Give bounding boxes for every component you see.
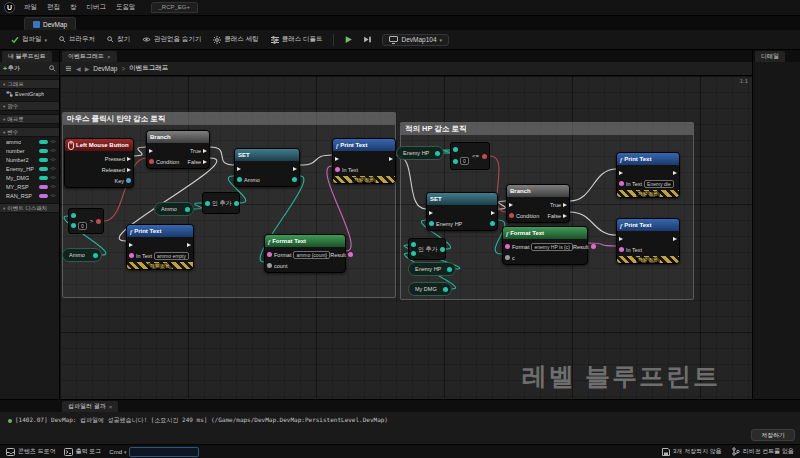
node-dec1[interactable]: 인 추가 <box>202 192 240 214</box>
node-dec2[interactable]: 인 추가 <box>408 238 446 260</box>
pin-value-box[interactable]: Enemy die <box>644 180 674 188</box>
exec-pin[interactable] <box>203 160 207 164</box>
pin-value-box[interactable]: 0 <box>78 222 87 230</box>
toolbar-button-4[interactable]: 클래스 세팅 <box>208 33 263 46</box>
node-format2[interactable]: fFormat TextFormatenemy HP is {c}Resultc <box>502 226 588 265</box>
revision-control-button[interactable]: 리비전 컨트롤 없음 <box>732 447 794 456</box>
data-pin[interactable] <box>440 247 445 252</box>
data-pin[interactable] <box>429 221 434 226</box>
exec-pin[interactable] <box>619 171 623 175</box>
exec-pin[interactable] <box>389 157 393 161</box>
back-arrow-icon[interactable]: ◀ <box>76 65 81 72</box>
exec-pin[interactable] <box>491 211 495 215</box>
menu-item-0[interactable]: 파일 <box>19 3 42 12</box>
exec-pin[interactable] <box>563 203 567 207</box>
node-format1[interactable]: fFormat TextFormatammo {count}Resultcoun… <box>264 234 346 273</box>
data-pin[interactable] <box>482 154 487 159</box>
data-pin[interactable] <box>185 207 190 212</box>
unreal-logo-icon[interactable]: U <box>4 2 15 13</box>
search-icon[interactable] <box>49 65 56 72</box>
pin-value-box[interactable]: ammo {count} <box>293 251 330 259</box>
menu-item-3[interactable]: 디버그 <box>82 3 112 12</box>
play-button[interactable] <box>340 33 357 46</box>
sidebar-item-number[interactable]: number <box>0 146 59 155</box>
console-command-input[interactable] <box>129 447 199 457</box>
data-pin[interactable] <box>267 263 272 268</box>
sidebar-section-2[interactable]: ▾매크로 <box>0 114 59 124</box>
eye-icon[interactable] <box>50 166 56 171</box>
sidebar-section-3[interactable]: ▾변수 <box>0 127 59 137</box>
toolbar-button-3[interactable]: 관련없음 숨기기 <box>137 33 206 46</box>
data-pin[interactable] <box>443 287 448 292</box>
pin-value-box[interactable]: enemy HP is {c} <box>531 243 572 251</box>
menu-item-4[interactable]: 도움말 <box>111 3 141 12</box>
data-pin[interactable] <box>490 221 495 226</box>
exec-pin[interactable] <box>335 157 339 161</box>
tab-compiler-results[interactable]: 컴파일러 결과 × <box>62 401 118 412</box>
exec-pin[interactable] <box>127 168 131 172</box>
debug-object-dropdown[interactable]: DevMap104 ▾ <box>382 34 449 46</box>
data-pin[interactable] <box>71 213 76 218</box>
data-pin[interactable] <box>453 159 458 164</box>
data-pin[interactable] <box>619 181 624 186</box>
exec-pin[interactable] <box>619 237 623 241</box>
exec-pin[interactable] <box>129 243 133 247</box>
node-print4[interactable]: fPrint TextIn Text개발 전용 <box>616 218 680 264</box>
sidebar-section-1[interactable]: ▾함수 <box>0 101 59 111</box>
chevron-down-icon[interactable]: ▾ <box>124 449 127 455</box>
node-get-ehp-1[interactable]: Enemy HP <box>396 146 444 160</box>
eye-icon[interactable] <box>50 148 56 153</box>
data-pin[interactable] <box>149 159 154 164</box>
data-pin[interactable] <box>619 247 624 252</box>
data-pin[interactable] <box>126 178 131 183</box>
sidebar-section-4[interactable]: ▾이벤트 디스패처 <box>0 203 59 213</box>
node-branch1[interactable]: BranchTrueConditionFalse <box>146 130 210 169</box>
node-set-ehp[interactable]: SETEnemy HP <box>426 192 498 231</box>
toolbar-button-1[interactable]: 브라우저 <box>54 33 100 46</box>
node-lmb[interactable]: Left Mouse ButtonPressedReleasedKey <box>64 138 134 188</box>
sidebar-item-enemy-hp[interactable]: Enemy_HP <box>0 164 59 173</box>
node-print3[interactable]: fPrint TextIn TextEnemy die개발 전용 <box>616 152 680 198</box>
sidebar-item-my-rsp[interactable]: MY_RSP <box>0 182 59 191</box>
node-lesseq[interactable]: 0<= <box>450 142 490 170</box>
data-pin[interactable] <box>509 213 514 218</box>
graph-canvas[interactable]: 1:1 레벨 블루프린트 마우스 클릭시 탄약 감소 로직적의 HP 감소 로직… <box>60 76 752 399</box>
sidebar-item-ammo[interactable]: ammo <box>0 137 59 146</box>
toolbar-button-5[interactable]: 클래스 디폴트 <box>266 33 328 46</box>
data-pin[interactable] <box>335 167 340 172</box>
node-get-dmg[interactable]: My DMG <box>408 282 452 296</box>
exec-pin[interactable] <box>237 167 241 171</box>
pin-value-box[interactable]: 0 <box>460 157 469 165</box>
save-button[interactable]: 저장하기 <box>751 429 795 441</box>
data-pin[interactable] <box>447 267 452 272</box>
forward-arrow-icon[interactable]: ▶ <box>85 65 90 72</box>
asset-tab-devmap[interactable]: DevMap <box>24 17 76 30</box>
sidebar-section-0[interactable]: ▾그래프 <box>0 79 59 89</box>
add-button[interactable]: + 추가 <box>3 64 20 73</box>
breadcrumb-root[interactable]: DevMap <box>93 65 117 72</box>
exec-pin[interactable] <box>673 171 677 175</box>
hamburger-icon[interactable] <box>65 65 72 72</box>
pin-value-box[interactable]: ammo empty <box>154 252 189 260</box>
unsaved-indicator[interactable]: 3개 저장되지 않음 <box>662 447 722 456</box>
sidebar-item-ran-rsp[interactable]: RAN_RSP <box>0 191 59 200</box>
data-pin[interactable] <box>591 244 596 249</box>
frame-skip-button[interactable] <box>359 33 376 46</box>
tab-details[interactable]: 디테일 <box>755 51 785 62</box>
node-get-ehp-2[interactable]: Enemy HP <box>408 262 456 276</box>
exec-pin[interactable] <box>127 157 131 161</box>
exec-pin[interactable] <box>509 203 513 207</box>
eye-icon[interactable] <box>50 175 56 180</box>
sidebar-item-my-dmg[interactable]: My_DMG <box>0 173 59 182</box>
exec-pin[interactable] <box>673 237 677 241</box>
data-pin[interactable] <box>292 177 297 182</box>
toolbar-button-0[interactable]: 컴파일▾ <box>6 33 52 46</box>
data-pin[interactable] <box>348 252 353 257</box>
menu-item-2[interactable]: 창 <box>65 3 82 12</box>
node-print1[interactable]: fPrint TextIn Text개발 전용 <box>332 138 396 184</box>
exec-pin[interactable] <box>203 149 207 153</box>
data-pin[interactable] <box>505 255 510 260</box>
sidebar-item-number2[interactable]: Number2 <box>0 155 59 164</box>
exec-pin[interactable] <box>563 214 567 218</box>
exec-pin[interactable] <box>429 211 433 215</box>
